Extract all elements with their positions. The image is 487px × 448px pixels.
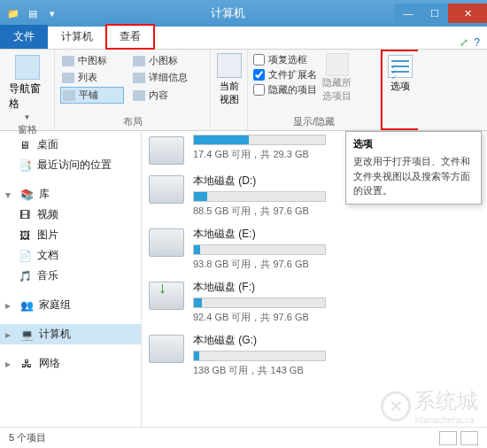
music-icon: 🎵 — [18, 269, 32, 283]
layout-small-icons[interactable]: 小图标 — [131, 53, 205, 68]
tooltip-body: 更改用于打开项目、文件和文件夹视图以及搜索等方面的设置。 — [353, 154, 474, 198]
close-button[interactable]: ✕ — [448, 4, 487, 23]
current-view-label: 当前 视图 — [220, 80, 239, 106]
layout-tiles[interactable]: 平铺 — [60, 87, 124, 104]
ribbon-minimize-icon[interactable]: ⤢ — [460, 36, 468, 49]
nav-homegroup[interactable]: ▸👥家庭组 — [0, 295, 141, 315]
medium-icons-icon — [62, 56, 74, 66]
chevron-down-icon[interactable]: ▾ — [5, 189, 14, 201]
nav-libraries[interactable]: ▾📚库 — [0, 184, 141, 205]
document-icon: 📄 — [18, 249, 32, 263]
tab-computer[interactable]: 计算机 — [48, 25, 106, 49]
list-icon — [62, 73, 74, 83]
content-icon — [133, 90, 145, 101]
homegroup-icon: 👥 — [19, 298, 34, 313]
tab-view[interactable]: 查看 — [106, 25, 154, 49]
layout-list[interactable]: 列表 — [60, 70, 124, 85]
check-item-checkboxes[interactable]: 项复选框 — [253, 53, 317, 66]
nav-computer[interactable]: ▸💻计算机 — [0, 324, 141, 344]
drive-stats: 88.5 GB 可用，共 97.6 GB — [193, 205, 480, 218]
drive-usage-bar — [193, 244, 326, 255]
chevron-right-icon[interactable]: ▸ — [5, 299, 14, 312]
layout-medium-icons[interactable]: 中图标 — [60, 53, 124, 68]
navigation-pane-icon — [15, 55, 40, 80]
minimize-button[interactable]: — — [395, 4, 421, 23]
tiles-view-button[interactable] — [460, 431, 478, 445]
check-file-ext[interactable]: 文件扩展名 — [253, 68, 317, 81]
library-icon: 📚 — [19, 188, 34, 202]
nav-desktop[interactable]: 🖥桌面 — [0, 135, 141, 155]
drive-name: 本地磁盘 (E:) — [193, 227, 480, 242]
layout-content[interactable]: 内容 — [131, 87, 205, 104]
ribbon-tabs: 文件 计算机 查看 ⤢ ? — [0, 27, 487, 50]
checkbox-icon[interactable] — [253, 84, 265, 96]
nav-pictures[interactable]: 🖼图片 — [0, 225, 141, 245]
options-label: 选项 — [390, 80, 410, 93]
drive-icon — [149, 175, 184, 204]
computer-icon: 💻 — [19, 328, 34, 342]
drive-icon — [149, 136, 184, 165]
network-icon: 🖧 — [19, 357, 34, 371]
maximize-button[interactable]: ☐ — [421, 4, 448, 23]
ribbon: 导航窗格 ▼ 窗格 中图标 小图标 列表 详细信息 平铺 内容 布局 当前 视图… — [0, 50, 487, 131]
picture-icon: 🖼 — [18, 228, 32, 243]
nav-network[interactable]: ▸🖧网络 — [0, 353, 141, 374]
title-bar: 📁 ▤ ▾ 计算机 — ☐ ✕ — [0, 0, 487, 27]
current-view-icon — [217, 53, 242, 78]
group-showhide-label: 显示/隐藏 — [253, 115, 375, 128]
layout-details[interactable]: 详细信息 — [131, 70, 205, 85]
drive-stats: 138 GB 可用，共 143 GB — [193, 364, 480, 377]
drive-icon — [149, 335, 184, 363]
desktop-icon: 🖥 — [18, 138, 32, 152]
details-view-button[interactable] — [439, 431, 457, 445]
nav-music[interactable]: 🎵音乐 — [0, 266, 141, 286]
hide-selected-button[interactable]: 隐藏所 选项目 — [322, 53, 352, 103]
nav-recent[interactable]: 📑最近访问的位置 — [0, 155, 141, 175]
drive-usage-bar — [193, 191, 326, 202]
folder-icon: 📁 — [5, 5, 21, 21]
drive-stats: 93.8 GB 可用，共 97.6 GB — [193, 258, 480, 271]
check-hidden-items[interactable]: 隐藏的项目 — [253, 83, 317, 97]
properties-icon[interactable]: ▤ — [25, 5, 41, 21]
drive-name: 本地磁盘 (G:) — [193, 333, 480, 348]
checkbox-icon[interactable] — [253, 69, 265, 81]
item-count: 5 个项目 — [9, 431, 46, 444]
drive-icon — [149, 282, 184, 310]
chevron-right-icon[interactable]: ▸ — [5, 328, 14, 341]
drive-item[interactable]: 本地磁盘 (G:)138 GB 可用，共 143 GB — [149, 333, 480, 377]
nav-videos[interactable]: 🎞视频 — [0, 205, 141, 225]
hide-icon — [326, 53, 349, 76]
current-view-button[interactable]: 当前 视图 — [217, 53, 242, 106]
navigation-tree: 🖥桌面 📑最近访问的位置 ▾📚库 🎞视频 🖼图片 📄文档 🎵音乐 ▸👥家庭组 ▸… — [0, 131, 142, 427]
options-icon — [388, 55, 413, 78]
tooltip-title: 选项 — [353, 137, 474, 151]
drive-stats: 92.4 GB 可用，共 97.6 GB — [193, 311, 480, 324]
drive-usage-bar — [193, 351, 326, 361]
recent-icon: 📑 — [18, 158, 32, 173]
details-icon — [133, 73, 145, 83]
drive-usage-bar — [193, 135, 326, 145]
drive-item[interactable]: 本地磁盘 (E:)93.8 GB 可用，共 97.6 GB — [149, 227, 480, 271]
help-icon[interactable]: ? — [474, 36, 480, 49]
small-icons-icon — [133, 56, 145, 66]
options-tooltip: 选项 更改用于打开项目、文件和文件夹视图以及搜索等方面的设置。 — [345, 131, 482, 205]
window-title: 计算机 — [60, 5, 395, 21]
drive-icon — [149, 228, 184, 257]
qat-dropdown-icon[interactable]: ▾ — [44, 5, 60, 21]
drive-name: 本地磁盘 (F:) — [193, 280, 480, 295]
group-panes-label: 窗格 — [5, 123, 49, 136]
tiles-icon — [63, 90, 75, 101]
video-icon: 🎞 — [18, 208, 32, 222]
drive-usage-bar — [193, 297, 326, 308]
tab-file[interactable]: 文件 — [0, 25, 48, 49]
status-bar: 5 个项目 — [0, 427, 487, 448]
chevron-right-icon[interactable]: ▸ — [5, 358, 14, 370]
checkbox-icon[interactable] — [253, 54, 265, 66]
layout-gallery: 中图标 小图标 列表 详细信息 平铺 内容 — [60, 53, 205, 104]
chevron-down-icon: ▼ — [24, 113, 31, 121]
navigation-pane-button[interactable]: 导航窗格 ▼ — [5, 53, 49, 123]
drive-item[interactable]: 本地磁盘 (F:)92.4 GB 可用，共 97.6 GB — [149, 280, 480, 324]
options-button[interactable]: 选项 — [388, 55, 413, 93]
nav-documents[interactable]: 📄文档 — [0, 245, 141, 266]
navigation-pane-label: 导航窗格 — [9, 81, 45, 112]
